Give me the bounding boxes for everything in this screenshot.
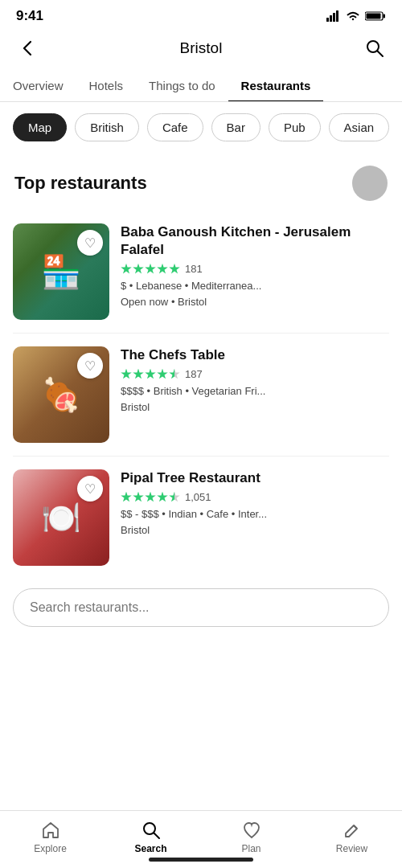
restaurant-info: Baba Ganoush Kitchen - Jerusalem Falafel… — [121, 223, 389, 320]
edit-nav-icon — [343, 821, 362, 840]
chip-cafe[interactable]: Cafe — [147, 113, 203, 141]
nav-label-review: Review — [336, 843, 367, 854]
favorite-button[interactable]: ♡ — [77, 476, 103, 502]
star-4 — [157, 369, 168, 380]
chip-pub[interactable]: Pub — [269, 113, 321, 141]
search-button[interactable] — [362, 35, 388, 61]
restaurant-meta: $ • Lebanese • Mediterranea... — [121, 278, 389, 294]
svg-rect-3 — [336, 10, 338, 22]
star-2 — [133, 492, 144, 503]
star-5 — [169, 264, 180, 275]
search-bar-wrap — [0, 579, 402, 633]
tab-overview[interactable]: Overview — [0, 71, 76, 102]
star-3 — [145, 492, 156, 503]
star-3 — [145, 369, 156, 380]
rating-row: 187 — [121, 368, 389, 380]
restaurant-image-wrap: ♡ — [13, 346, 109, 443]
star-4 — [157, 492, 168, 503]
restaurant-item[interactable]: ♡ The Chefs Table 187 $$$$ • British • V… — [13, 334, 389, 457]
restaurant-info: The Chefs Table 187 $$$$ • British • Veg… — [121, 346, 389, 443]
restaurant-location: Open now • Bristol — [121, 296, 389, 308]
rating-row: 1,051 — [121, 491, 389, 503]
header-title: Bristol — [180, 39, 223, 57]
star-1 — [121, 264, 132, 275]
stars — [121, 492, 180, 503]
review-count: 187 — [185, 368, 203, 380]
battery-icon — [365, 10, 386, 22]
tab-restaurants[interactable]: Restaurants — [228, 71, 324, 102]
star-half — [169, 369, 180, 380]
restaurant-meta: $$ - $$$ • Indian • Cafe • Inter... — [121, 506, 389, 522]
chip-bar[interactable]: Bar — [211, 113, 260, 141]
restaurant-name: Pipal Tree Restaurant — [121, 469, 389, 487]
svg-rect-1 — [330, 15, 332, 22]
restaurant-info: Pipal Tree Restaurant 1,051 $$ - $$$ • I… — [121, 469, 389, 566]
heart-icon: ♡ — [84, 358, 96, 374]
section-header: Top restaurants — [0, 153, 402, 211]
signal-icon — [326, 10, 341, 22]
tab-hotels[interactable]: Hotels — [76, 71, 137, 102]
nav-label-explore: Explore — [34, 843, 67, 854]
restaurant-name: The Chefs Table — [121, 346, 389, 364]
star-2 — [133, 264, 144, 275]
chip-asian[interactable]: Asian — [329, 113, 390, 141]
review-count: 1,051 — [185, 491, 211, 503]
search-input[interactable] — [13, 588, 389, 627]
svg-rect-5 — [384, 14, 386, 18]
home-indicator — [0, 854, 402, 868]
section-title: Top restaurants — [14, 173, 147, 194]
svg-rect-6 — [367, 14, 381, 19]
nav-label-plan: Plan — [241, 843, 260, 854]
star-half — [169, 492, 180, 503]
heart-nav-icon — [242, 821, 261, 840]
favorite-button[interactable]: ♡ — [77, 353, 103, 379]
star-1 — [121, 369, 132, 380]
heart-icon: ♡ — [84, 235, 96, 251]
map-button[interactable] — [352, 166, 388, 201]
nav-label-search: Search — [134, 843, 166, 854]
svg-rect-0 — [326, 18, 329, 22]
stars — [121, 264, 180, 275]
star-2 — [133, 369, 144, 380]
star-1 — [121, 492, 132, 503]
svg-rect-2 — [333, 13, 335, 22]
status-icons — [326, 10, 386, 22]
restaurant-image-wrap: ♡ — [13, 469, 109, 566]
stars — [121, 369, 180, 380]
favorite-button[interactable]: ♡ — [77, 230, 103, 256]
status-bar: 9:41 — [0, 0, 402, 29]
restaurant-name: Baba Ganoush Kitchen - Jerusalem Falafel — [121, 223, 389, 259]
wifi-icon — [346, 10, 360, 22]
heart-icon: ♡ — [84, 481, 96, 497]
star-4 — [157, 264, 168, 275]
review-count: 181 — [185, 263, 203, 275]
svg-line-11 — [354, 825, 357, 829]
nav-tabs: Overview Hotels Things to do Restaurants — [0, 71, 402, 102]
restaurant-location: Bristol — [121, 524, 389, 536]
star-3 — [145, 264, 156, 275]
search-icon — [365, 39, 384, 58]
chip-map[interactable]: Map — [13, 113, 67, 141]
header: Bristol — [0, 29, 402, 71]
rating-row: 181 — [121, 263, 389, 275]
back-button[interactable] — [14, 35, 40, 61]
home-bar — [149, 858, 253, 862]
home-icon — [41, 821, 60, 840]
restaurant-location: Bristol — [121, 401, 389, 413]
search-nav-icon — [142, 821, 161, 840]
restaurant-meta: $$$$ • British • Vegetarian Fri... — [121, 383, 389, 399]
svg-line-8 — [377, 51, 383, 57]
svg-line-10 — [154, 833, 159, 839]
status-time: 9:41 — [16, 8, 43, 24]
restaurant-image-wrap: ♡ — [13, 223, 109, 320]
filter-chips: Map British Cafe Bar Pub Asian — [0, 102, 402, 153]
tab-things-to-do[interactable]: Things to do — [136, 71, 228, 102]
chip-british[interactable]: British — [75, 113, 139, 141]
restaurant-item[interactable]: ♡ Baba Ganoush Kitchen - Jerusalem Falaf… — [13, 211, 389, 334]
restaurant-item[interactable]: ♡ Pipal Tree Restaurant 1,051 $$ - $$$ •… — [13, 457, 389, 579]
restaurant-list: ♡ Baba Ganoush Kitchen - Jerusalem Falaf… — [0, 211, 402, 579]
